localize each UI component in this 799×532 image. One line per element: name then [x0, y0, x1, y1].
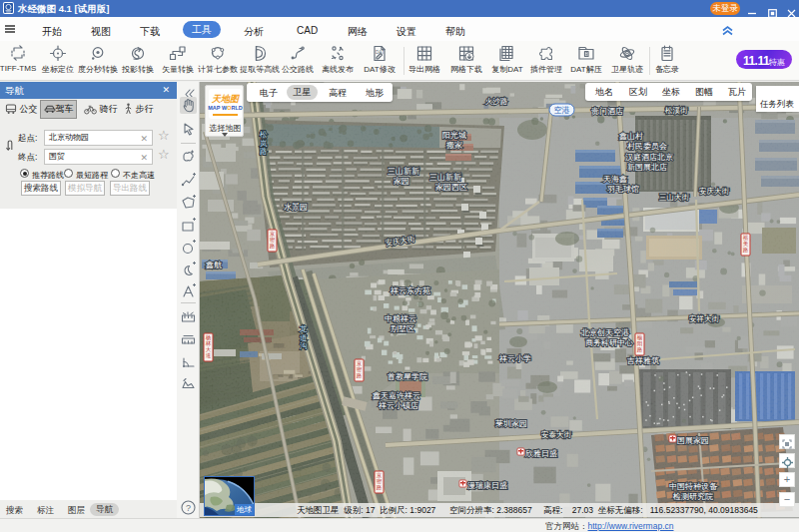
svg-text:空港: 空港 [554, 106, 570, 115]
svg-text:三山大街: 三山大街 [659, 193, 690, 202]
svg-text:阳光城: 阳光城 [442, 131, 466, 140]
svg-text:首教星学院: 首教星学院 [388, 372, 427, 381]
svg-text:家园西区: 家园西区 [435, 183, 467, 192]
svg-text:路: 路 [743, 247, 749, 253]
svg-text:贵门酒店: 贵门酒店 [591, 107, 623, 116]
svg-text:家园: 家园 [394, 177, 409, 186]
svg-text:吉祥雅筑: 吉祥雅筑 [627, 356, 659, 365]
svg-text:松溪街: 松溪街 [665, 106, 688, 115]
svg-text:火沙路: 火沙路 [485, 97, 508, 106]
svg-text:鑫天嘉许祥云: 鑫天嘉许祥云 [373, 391, 420, 400]
svg-text:路: 路 [270, 243, 276, 249]
svg-text:鑫山村: 鑫山村 [619, 132, 643, 141]
svg-text:道: 道 [206, 352, 212, 358]
svg-text:沟: 沟 [300, 341, 308, 350]
svg-text:路: 路 [357, 372, 363, 378]
svg-text:别墅区: 别墅区 [391, 324, 414, 333]
svg-text:汉庭酒店北京: 汉庭酒店北京 [625, 153, 673, 162]
svg-text:?: ? [186, 503, 191, 513]
svg-text:中国特种设备: 中国特种设备 [669, 482, 718, 491]
svg-text:三山新新: 三山新新 [429, 173, 461, 182]
svg-text:新国展北店: 新国展北店 [627, 163, 667, 172]
svg-text:欣雅日盛: 欣雅日盛 [525, 449, 557, 458]
svg-text:安泰大街: 安泰大街 [541, 430, 572, 439]
svg-text:安庆大街: 安庆大街 [699, 187, 730, 196]
svg-text:村民委员会: 村民委员会 [626, 142, 667, 151]
svg-text:三山新新: 三山新新 [388, 167, 419, 176]
svg-text:天海鑫: 天海鑫 [603, 175, 627, 184]
svg-text:鑫航: 鑫航 [206, 261, 222, 269]
svg-text:国展家园: 国展家园 [677, 436, 709, 445]
svg-text:漫瑞康日盛: 漫瑞康日盛 [467, 481, 507, 490]
svg-text:检测研究院: 检测研究院 [672, 492, 713, 501]
svg-text:祥云小镇店: 祥云小镇店 [378, 401, 418, 410]
svg-text:路: 路 [377, 484, 383, 490]
svg-text:祥云东方苑: 祥云东方苑 [390, 286, 430, 295]
svg-text:中粮祥云: 中粮祥云 [385, 314, 416, 323]
svg-text:莱圳家园: 莱圳家园 [495, 419, 527, 428]
svg-text:路: 路 [260, 147, 268, 156]
svg-text:商务科研中心: 商务科研中心 [585, 338, 633, 347]
svg-text:祥云小学: 祥云小学 [498, 354, 531, 363]
svg-text:北京创天空港: 北京创天空港 [580, 328, 629, 337]
svg-text:安祥大街: 安祥大街 [689, 314, 720, 323]
svg-text:羽毛球馆: 羽毛球馆 [607, 185, 639, 194]
svg-text:水景园: 水景园 [284, 203, 308, 212]
svg-text:搬家: 搬家 [446, 141, 462, 150]
svg-text:路: 路 [637, 346, 643, 352]
